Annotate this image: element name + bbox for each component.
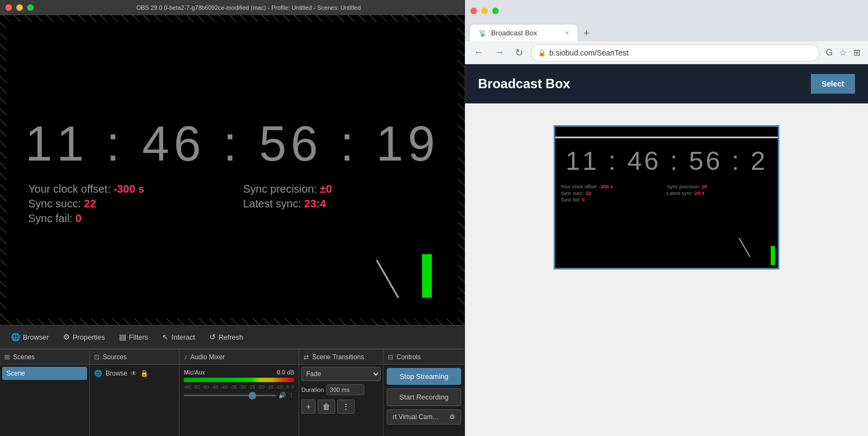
duration-label: Duration — [301, 386, 324, 393]
audio-icon: ♪ — [184, 353, 187, 361]
browser-maximize-button[interactable] — [492, 8, 499, 14]
controls-icon: ⊟ — [388, 353, 393, 361]
eye-icon: 👁 — [131, 370, 137, 377]
obs-preview: 11 : 46 : 56 : 19 Your clock offset: -30… — [0, 15, 464, 325]
bookmark-button[interactable]: ☆ — [837, 45, 849, 60]
obs-title: OBS 29.0.0-beta2-7-g78b6092ce-modified (… — [38, 4, 459, 11]
back-button[interactable]: ← — [470, 45, 487, 60]
preview-latest-sync-value: 23:4 — [695, 191, 704, 196]
more-transition-button[interactable]: ⋮ — [337, 400, 355, 414]
controls-panel-header: ⊟ Controls — [383, 349, 464, 365]
browser-close-button[interactable] — [470, 8, 477, 14]
preview-sync-succ-row: Sync succ: 22 — [561, 191, 666, 196]
preview-sync-precision-label: Sync precision: — [667, 184, 700, 189]
reload-button[interactable]: ↻ — [512, 45, 526, 61]
delete-transition-button[interactable]: 🗑 — [318, 400, 335, 414]
sources-body: 🌐 Browse 👁 🔒 — [90, 365, 179, 436]
browser-button[interactable]: 🌐 Browser — [4, 329, 55, 345]
transition-select[interactable]: Fade — [301, 367, 381, 381]
controls-panel: ⊟ Controls Stop Streaming Start Recordin… — [383, 349, 464, 436]
interact-button[interactable]: ↖ Interact — [156, 329, 201, 345]
refresh-icon: ↺ — [209, 333, 216, 341]
globe-source-icon: 🌐 — [94, 370, 102, 377]
scenes-icon: ⊞ — [4, 353, 10, 361]
obs-titlebar: OBS 29.0.0-beta2-7-g78b6092ce-modified (… — [0, 0, 464, 15]
obs-panels: ⊞ Scenes Scene ⊡ Sources 🌐 Browse 👁 🔒 — [0, 349, 464, 436]
browser-titlebar — [465, 0, 868, 22]
scene-item[interactable]: Scene — [2, 367, 87, 380]
audio-fader-thumb[interactable] — [249, 392, 256, 400]
virtual-cam-label: rt Virtual Cam… — [393, 413, 439, 421]
browser-nav: ← → ↻ 🔒 b.siobud.com/SeanTest G ☆ ⊞ — [465, 41, 868, 64]
sync-succ-row: Sync succ: 22 — [28, 198, 221, 210]
preview-stats: Your clock offset: -300 s Sync precision… — [561, 184, 772, 202]
active-tab[interactable]: 📡 Broadcast Box × — [469, 24, 578, 41]
properties-label: Properties — [73, 333, 105, 341]
dial-hand — [376, 260, 399, 298]
stop-streaming-button[interactable]: Stop Streaming — [387, 368, 461, 385]
filters-button[interactable]: ▤ Filters — [113, 329, 154, 345]
sources-title: Sources — [103, 353, 127, 361]
sources-panel: ⊡ Sources 🌐 Browse 👁 🔒 — [90, 349, 179, 436]
preview-sync-fail-row: Sync fail: 0 — [561, 197, 666, 202]
transitions-body: Fade Duration + 🗑 ⋮ — [299, 365, 383, 436]
tab-title: Broadcast Box — [491, 29, 537, 37]
audio-scale: -60-55-50-45-40-35-30-25-20-15-10-50 — [184, 384, 294, 390]
profile-button[interactable]: ⊞ — [851, 45, 863, 60]
latest-sync-value: 23:4 — [304, 198, 326, 210]
sources-icon: ⊡ — [94, 353, 100, 361]
source-item[interactable]: 🌐 Browse 👁 🔒 — [92, 367, 177, 380]
google-button[interactable]: G — [824, 46, 835, 60]
start-recording-button[interactable]: Start Recording — [387, 388, 461, 406]
duration-input[interactable] — [326, 384, 364, 395]
new-tab-button[interactable]: + — [579, 28, 594, 39]
preview-gauge-area — [771, 246, 775, 265]
preview-latest-sync-row: Latest sync: 23:4 — [667, 191, 773, 196]
close-button[interactable] — [5, 4, 12, 11]
tab-favicon: 📡 — [479, 29, 487, 37]
audio-panel-header: ♪ Audio Mixer — [179, 349, 299, 365]
address-bar[interactable]: 🔒 b.siobud.com/SeanTest — [531, 44, 820, 62]
clock-offset-row: Your clock offset: -300 s — [28, 183, 221, 195]
properties-button[interactable]: ⚙ Properties — [57, 329, 111, 345]
clock-offset-value: -300 s — [114, 183, 145, 195]
browser-window: 📡 Broadcast Box × + ← → ↻ 🔒 b.siobud.com… — [465, 0, 868, 436]
filters-label: Filters — [129, 333, 148, 341]
select-button[interactable]: Select — [811, 74, 855, 94]
url-text: b.siobud.com/SeanTest — [549, 48, 629, 57]
browser-minimize-button[interactable] — [481, 8, 488, 14]
virtual-cam-button[interactable]: rt Virtual Cam… ⚙ — [387, 409, 461, 425]
preview-white-bar — [555, 137, 778, 138]
broadcast-body: 11 : 46 : 56 : 2 Your clock offset: -300… — [465, 103, 868, 436]
source-label: Browse — [106, 370, 127, 377]
preview-clock: 11 : 46 : 56 : 2 — [555, 146, 778, 176]
audio-menu-icon[interactable]: ⋮ — [288, 392, 294, 399]
gear-icon: ⚙ — [63, 333, 70, 341]
audio-panel: ♪ Audio Mixer Mic/Aux 0.0 dB -60-55-50-4… — [179, 349, 299, 436]
audio-volume-icon: 🔊 — [278, 392, 286, 399]
preview-sync-succ-value: 22 — [586, 191, 591, 196]
browser-chrome: 📡 Broadcast Box × + ← → ↻ 🔒 b.siobud.com… — [465, 0, 868, 64]
preview-clock-offset-row: Your clock offset: -300 s — [561, 184, 666, 189]
cursor-icon: ↖ — [162, 333, 169, 341]
green-level-bar — [422, 254, 432, 298]
scenes-panel-header: ⊞ Scenes — [0, 349, 89, 365]
tab-close-button[interactable]: × — [565, 29, 569, 37]
maximize-button[interactable] — [27, 4, 34, 11]
preview-latest-sync-label: Latest sync: — [667, 191, 693, 196]
scenes-title: Scenes — [13, 353, 35, 361]
refresh-button[interactable]: ↺ Refresh — [203, 329, 250, 345]
interact-label: Interact — [171, 333, 195, 341]
add-transition-button[interactable]: + — [301, 400, 315, 414]
sync-fail-value: 0 — [76, 212, 82, 224]
duration-row: Duration — [301, 384, 381, 395]
minimize-button[interactable] — [16, 4, 23, 11]
preview-green-bar — [771, 246, 775, 265]
audio-fader[interactable] — [184, 395, 276, 396]
transitions-panel: ⇄ Scene Transitions Fade Duration + 🗑 ⋮ — [299, 349, 383, 436]
forward-button[interactable]: → — [491, 45, 507, 60]
audio-channel-name: Mic/Aux — [184, 369, 205, 376]
virtual-cam-settings-icon: ⚙ — [449, 413, 455, 421]
clock-display: 11 : 46 : 56 : 19 — [17, 116, 447, 172]
refresh-label: Refresh — [219, 333, 244, 341]
